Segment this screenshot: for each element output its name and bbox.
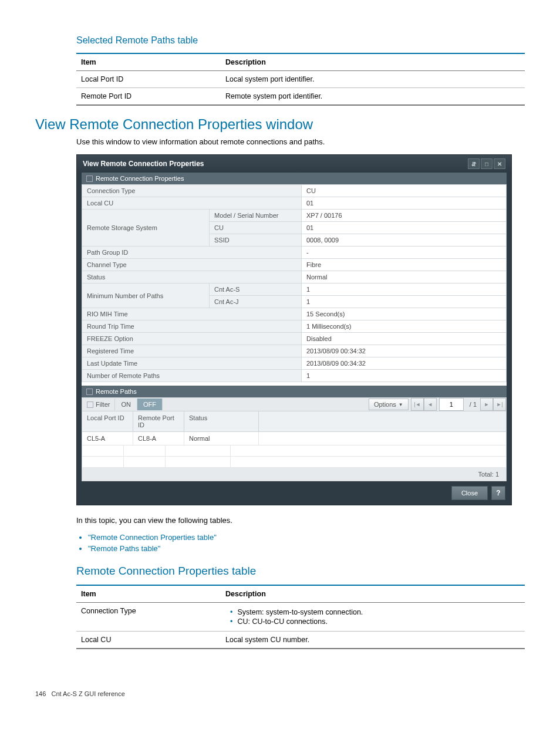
grid-empty-row: [82, 457, 507, 468]
prop-label: Last Update Time: [82, 357, 302, 370]
col-item: Item: [76, 585, 221, 603]
section-title-selected-remote-paths: Selected Remote Paths table: [76, 35, 525, 46]
grid-total: Total: 1: [82, 468, 507, 481]
cell: Normal: [184, 432, 259, 445]
filter-bar: Filter ON OFF Options▼ |◄ ◄ / 1 ► ►|: [82, 397, 507, 411]
col-item: Item: [76, 53, 221, 71]
prop-sublabel: Cnt Ac-J: [210, 296, 302, 308]
prop-value: 0008, 0009: [302, 234, 507, 247]
prop-sublabel: SSID: [210, 234, 302, 247]
page-last-button[interactable]: ►|: [493, 398, 506, 411]
prop-value: 1: [302, 296, 507, 308]
filter-off-button[interactable]: OFF: [137, 399, 163, 410]
prop-value: XP7 / 00176: [302, 210, 507, 222]
cell: Connection Type: [76, 603, 221, 632]
cell: Local system CU number.: [221, 632, 525, 649]
window-filter-icon[interactable]: ⇵: [468, 158, 480, 169]
cell: CL5-A: [82, 432, 133, 445]
prop-label: Local CU: [82, 197, 302, 210]
close-button[interactable]: Close: [451, 486, 488, 500]
cell: Local system port identifier.: [221, 71, 525, 88]
pin-icon: [87, 401, 93, 408]
prop-label: Registered Time: [82, 345, 302, 357]
prop-label: Path Group ID: [82, 247, 302, 259]
intro-text: Use this window to view information abou…: [76, 137, 525, 146]
selected-remote-paths-table: Item Description Local Port ID Local sys…: [76, 53, 525, 106]
prop-value: 1: [302, 370, 507, 382]
section-header-paths: Remote Paths: [82, 386, 507, 397]
table-row: Local Port ID Local system port identifi…: [76, 71, 525, 88]
heading-view-remote-connection: View Remote Connection Properties window: [35, 116, 525, 133]
prop-value: 01: [302, 197, 507, 210]
list-item: "Remote Connection Properties table": [88, 533, 525, 542]
filter-label: Filter: [82, 399, 115, 410]
pin-icon: [86, 389, 93, 395]
prop-value: CU: [302, 185, 507, 197]
page-footer: 146 Cnt Ac-S Z GUI reference: [35, 690, 525, 697]
prop-value: -: [302, 247, 507, 259]
prop-value: Normal: [302, 271, 507, 283]
dialog-screenshot: View Remote Connection Properties ⇵ □ ✕ …: [76, 154, 512, 505]
cell: CL8-A: [133, 432, 184, 445]
prop-label: Channel Type: [82, 259, 302, 271]
prop-sublabel: Model / Serial Number: [210, 210, 302, 222]
cell: System: system-to-system connection. CU:…: [221, 603, 525, 632]
cell: Local CU: [76, 632, 221, 649]
cell: Remote system port identifier.: [221, 88, 525, 106]
properties-table: Connection TypeCU Local CU01 Remote Stor…: [82, 184, 507, 382]
chapter-name: Cnt Ac-S Z GUI reference: [52, 690, 125, 697]
prop-value: 2013/08/09 00:34:32: [302, 357, 507, 370]
grid-header: Local Port ID Remote Port ID Status: [82, 411, 507, 432]
col-local-port: Local Port ID: [82, 411, 133, 431]
prop-sublabel: CU: [210, 222, 302, 234]
window-maximize-icon[interactable]: □: [481, 158, 492, 169]
rcp-table: Item Description Connection Type System:…: [76, 585, 525, 649]
page-input[interactable]: [439, 398, 464, 411]
window-close-icon[interactable]: ✕: [494, 158, 505, 169]
filter-on-button[interactable]: ON: [115, 399, 137, 410]
prop-value: 1: [302, 283, 507, 296]
prop-label: Remote Storage System: [82, 210, 210, 247]
page-first-button[interactable]: |◄: [411, 398, 424, 411]
table-row: Remote Port ID Remote system port identi…: [76, 88, 525, 106]
cell: Remote Port ID: [76, 88, 221, 106]
table-row: Local CU Local system CU number.: [76, 632, 525, 649]
page-total: / 1: [470, 401, 477, 408]
dialog-title: View Remote Connection Properties: [83, 160, 204, 168]
options-button[interactable]: Options▼: [369, 399, 409, 410]
prop-label: RIO MIH Time: [82, 308, 302, 320]
heading-rcp-table: Remote Connection Properties table: [76, 565, 525, 578]
prop-value: 01: [302, 222, 507, 234]
prop-label: FREEZE Option: [82, 333, 302, 345]
prop-value: 15 Second(s): [302, 308, 507, 320]
table-row: Connection Type System: system-to-system…: [76, 603, 525, 632]
page-number: 146: [35, 690, 46, 697]
grid-empty-row: [82, 445, 507, 457]
prop-label: Number of Remote Paths: [82, 370, 302, 382]
prop-label: Status: [82, 271, 302, 283]
prop-value: 2013/08/09 00:34:32: [302, 345, 507, 357]
col-description: Description: [221, 53, 525, 71]
link-rp-table[interactable]: "Remote Paths table": [88, 544, 160, 553]
pin-icon: [86, 175, 93, 182]
tables-intro: In this topic, you can view the followin…: [76, 516, 525, 525]
prop-sublabel: Cnt Ac-S: [210, 283, 302, 296]
section-header-props: Remote Connection Properties: [82, 173, 507, 184]
list-item: CU: CU-to-CU connections.: [230, 617, 520, 626]
link-rcp-table[interactable]: "Remote Connection Properties table": [88, 533, 217, 542]
col-status: Status: [184, 411, 259, 431]
col-remote-port: Remote Port ID: [133, 411, 184, 431]
prop-value: 1 Millisecond(s): [302, 320, 507, 333]
page-next-button[interactable]: ►: [480, 398, 493, 411]
prop-label: Connection Type: [82, 185, 302, 197]
grid-row[interactable]: CL5-A CL8-A Normal: [82, 432, 507, 445]
prop-label: Minimum Number of Paths: [82, 283, 210, 308]
page-prev-button[interactable]: ◄: [424, 398, 437, 411]
help-button[interactable]: ?: [491, 486, 505, 500]
prop-label: Round Trip Time: [82, 320, 302, 333]
prop-value: Fibre: [302, 259, 507, 271]
prop-value: Disabled: [302, 333, 507, 345]
list-item: "Remote Paths table": [88, 544, 525, 553]
col-description: Description: [221, 585, 525, 603]
cell: Local Port ID: [76, 71, 221, 88]
